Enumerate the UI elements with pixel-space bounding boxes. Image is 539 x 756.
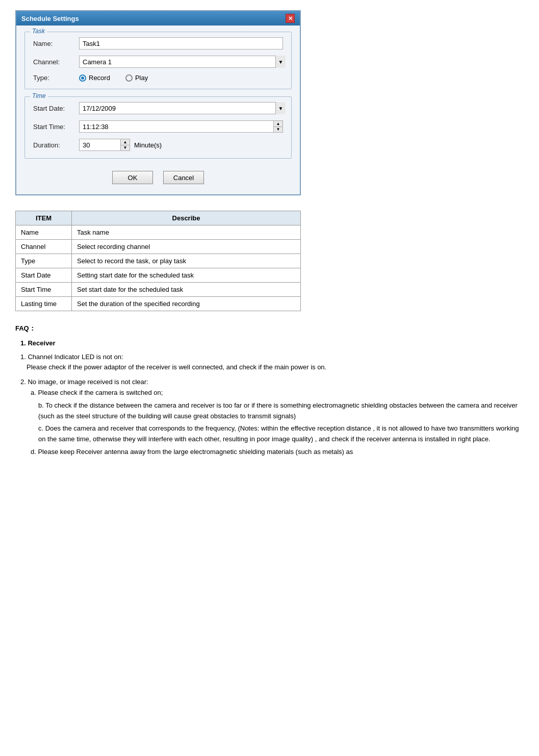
start-time-up-arrow[interactable]: ▲: [274, 121, 283, 127]
start-date-dropdown-arrow[interactable]: ▼: [275, 102, 286, 114]
faq-section1-title: 1. Receiver: [15, 338, 524, 349]
type-play-label: Play: [135, 74, 148, 82]
radio-dot: [81, 77, 84, 80]
col1-header: ITEM: [16, 211, 72, 225]
dialog-titlebar: Schedule Settings ✕: [16, 11, 300, 26]
faq-item2-heading: 2. No image, or image received is not cl…: [20, 377, 524, 388]
faq-item2b: b. To check if the distance between the …: [20, 400, 524, 422]
duration-label: Duration:: [33, 141, 79, 149]
faq-title: FAQ：: [15, 323, 524, 334]
start-time-value: 11:12:38: [80, 121, 273, 132]
dialog-title: Schedule Settings: [21, 15, 79, 22]
time-group: Time Start Date: 17/12/2009 ▼ Start Time…: [24, 96, 292, 159]
start-time-row: Start Time: 11:12:38 ▲ ▼: [33, 120, 283, 133]
table-cell-describe: Select to record the task, or play task: [72, 254, 301, 268]
table-cell-item: Type: [16, 254, 72, 268]
table-row: Lasting timeSet the duration of the spec…: [16, 297, 301, 311]
start-time-label: Start Time:: [33, 123, 79, 131]
start-time-spinner: 11:12:38 ▲ ▼: [79, 120, 283, 133]
duration-spinner: 30 ▲ ▼: [79, 139, 130, 151]
duration-controls: 30 ▲ ▼ Minute(s): [79, 139, 162, 151]
table-cell-item: Name: [16, 225, 72, 240]
faq-item2d: d. Please keep Receiver antenna away fro…: [20, 447, 524, 458]
table-cell-item: Channel: [16, 240, 72, 254]
type-row: Type: Record Play: [33, 74, 283, 82]
faq-item2: 2. No image, or image received is not cl…: [15, 377, 524, 458]
duration-row: Duration: 30 ▲ ▼ Minute(s): [33, 139, 283, 151]
start-time-down-arrow[interactable]: ▼: [274, 127, 283, 133]
start-date-select[interactable]: 17/12/2009 ▼: [79, 102, 283, 114]
start-date-value: 17/12/2009: [80, 105, 275, 112]
time-group-legend: Time: [30, 92, 48, 99]
schedule-settings-dialog: Schedule Settings ✕ Task Name: Channel: …: [15, 10, 301, 195]
name-label: Name:: [33, 40, 79, 47]
task-group-legend: Task: [30, 28, 47, 35]
table-cell-describe: Setting start date for the scheduled tas…: [72, 268, 301, 283]
duration-up-arrow[interactable]: ▲: [121, 139, 130, 145]
duration-unit: Minute(s): [134, 141, 162, 149]
channel-dropdown-arrow[interactable]: ▼: [275, 56, 286, 68]
type-record-option[interactable]: Record: [79, 74, 110, 82]
dialog-body: Task Name: Channel: Camera 1 ▼ Type:: [16, 26, 300, 194]
type-radio-group: Record Play: [79, 74, 283, 82]
table-row: Start DateSetting start date for the sch…: [16, 268, 301, 283]
ok-button[interactable]: OK: [112, 171, 153, 184]
channel-label: Channel:: [33, 58, 79, 66]
channel-value: Camera 1: [80, 58, 275, 66]
table-row: ChannelSelect recording channel: [16, 240, 301, 254]
table-cell-item: Start Time: [16, 283, 72, 297]
col2-header: Describe: [72, 211, 301, 225]
type-label: Type:: [33, 74, 79, 82]
table-cell-describe: Set the duration of the specified record…: [72, 297, 301, 311]
table-row: NameTask name: [16, 225, 301, 240]
table-cell-describe: Task name: [72, 225, 301, 240]
name-input[interactable]: [79, 37, 283, 49]
task-group: Task Name: Channel: Camera 1 ▼ Type:: [24, 32, 292, 89]
start-date-row: Start Date: 17/12/2009 ▼: [33, 102, 283, 114]
table-cell-describe: Set start date for the scheduled task: [72, 283, 301, 297]
table-cell-item: Lasting time: [16, 297, 72, 311]
faq-item1: 1. Channel Indicator LED is not on: Plea…: [15, 352, 524, 373]
name-row: Name:: [33, 37, 283, 49]
faq-section: FAQ： 1. Receiver 1. Channel Indicator LE…: [15, 323, 524, 458]
duration-value: 30: [80, 139, 120, 150]
table-header-row: ITEM Describe: [16, 211, 301, 225]
channel-select[interactable]: Camera 1 ▼: [79, 56, 283, 68]
faq-item1-heading: 1. Channel Indicator LED is not on:: [20, 352, 524, 363]
dialog-footer: OK Cancel: [24, 166, 292, 186]
start-date-label: Start Date:: [33, 105, 79, 112]
duration-arrows: ▲ ▼: [120, 139, 130, 150]
type-play-option[interactable]: Play: [125, 74, 148, 82]
faq-item1-desc: Please check if the power adaptor of the…: [20, 362, 524, 373]
table-cell-item: Start Date: [16, 268, 72, 283]
type-play-radio[interactable]: [125, 74, 133, 82]
table-cell-describe: Select recording channel: [72, 240, 301, 254]
table-row: TypeSelect to record the task, or play t…: [16, 254, 301, 268]
table-row: Start TimeSet start date for the schedul…: [16, 283, 301, 297]
start-time-arrows: ▲ ▼: [273, 121, 283, 132]
channel-row: Channel: Camera 1 ▼: [33, 56, 283, 68]
duration-down-arrow[interactable]: ▼: [121, 145, 130, 151]
info-table: ITEM Describe NameTask nameChannelSelect…: [15, 211, 301, 311]
faq-item2a: a. Please check if the camera is switche…: [20, 388, 524, 398]
type-record-radio[interactable]: [79, 74, 86, 82]
close-button[interactable]: ✕: [286, 14, 295, 23]
faq-item2c: c. Does the camera and receiver that cor…: [20, 423, 524, 445]
type-record-label: Record: [89, 74, 110, 82]
cancel-button[interactable]: Cancel: [163, 171, 204, 184]
